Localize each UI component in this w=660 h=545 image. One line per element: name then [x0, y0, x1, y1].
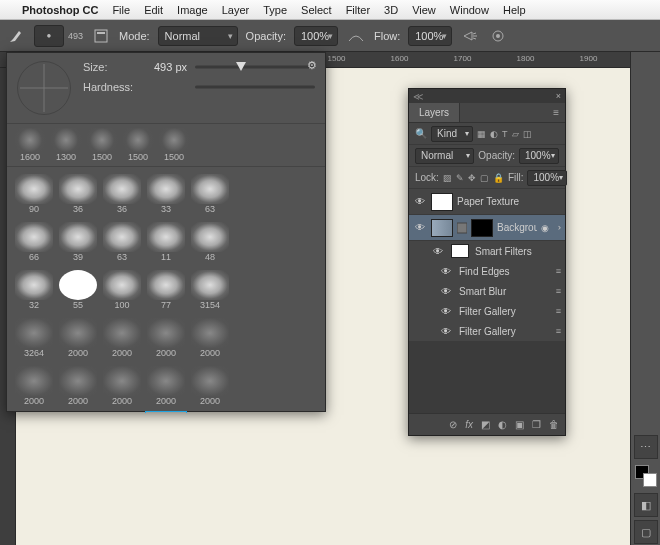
mask-icon[interactable]: ◩: [481, 419, 490, 430]
filter-options-icon[interactable]: ≡: [556, 326, 561, 336]
brush-preset[interactable]: 493: [145, 411, 187, 413]
menu-edit[interactable]: Edit: [144, 4, 163, 16]
size-value[interactable]: 493 px: [141, 61, 187, 73]
menu-window[interactable]: Window: [450, 4, 489, 16]
brush-preset-picker[interactable]: ●: [34, 25, 64, 47]
fill-value[interactable]: 100%: [527, 170, 567, 186]
chevron-down-icon[interactable]: ⌃: [552, 224, 562, 232]
brush-panel-toggle-icon[interactable]: [91, 26, 111, 46]
layers-empty-area[interactable]: [409, 341, 565, 413]
recent-brush[interactable]: 1500: [121, 128, 155, 162]
visibility-icon[interactable]: 👁: [431, 246, 445, 257]
menu-filter[interactable]: Filter: [346, 4, 370, 16]
fx-icon[interactable]: fx: [465, 419, 473, 430]
layer-filter-icons[interactable]: ▦ ◐ T ▱ ◫: [477, 129, 532, 139]
filter-name[interactable]: Filter Gallery: [459, 306, 516, 317]
panel-titlebar[interactable]: ≪ ×: [409, 89, 565, 103]
smart-filters-header[interactable]: 👁 Smart Filters: [409, 241, 565, 261]
menu-image[interactable]: Image: [177, 4, 208, 16]
visibility-icon[interactable]: 👁: [413, 196, 427, 207]
brush-grid[interactable]: 9036363363663963114832551007731543264200…: [7, 167, 325, 413]
smart-filter-row[interactable]: 👁 Filter Gallery ≡: [409, 321, 565, 341]
brush-preset[interactable]: 36: [57, 171, 99, 217]
brush-preset[interactable]: 55: [57, 267, 99, 313]
flow-select[interactable]: 100%: [408, 26, 452, 46]
brush-preset[interactable]: 2000: [189, 315, 231, 361]
recent-brush[interactable]: 1300: [49, 128, 83, 162]
smart-filter-row[interactable]: 👁 Smart Blur ≡: [409, 281, 565, 301]
background-color[interactable]: [643, 473, 657, 487]
brush-preset[interactable]: 63: [101, 219, 143, 265]
tool-item[interactable]: ⋯: [634, 435, 658, 459]
layer-filter-select[interactable]: Kind: [431, 126, 473, 142]
menu-select[interactable]: Select: [301, 4, 332, 16]
visibility-icon[interactable]: 👁: [439, 326, 453, 337]
visibility-icon[interactable]: 👁: [439, 306, 453, 317]
recent-brush[interactable]: 1500: [157, 128, 191, 162]
brush-preset[interactable]: 2000: [57, 363, 99, 409]
group-icon[interactable]: ▣: [515, 419, 524, 430]
recent-brush[interactable]: 1500: [85, 128, 119, 162]
hardness-slider[interactable]: [195, 81, 315, 93]
opacity-select[interactable]: 100%: [294, 26, 338, 46]
brush-preset[interactable]: 66: [13, 219, 55, 265]
filter-options-icon[interactable]: ≡: [556, 266, 561, 276]
brush-preset[interactable]: 2000: [189, 363, 231, 409]
filter-name[interactable]: Smart Blur: [459, 286, 506, 297]
quickmask-icon[interactable]: ◧: [634, 493, 658, 517]
menu-view[interactable]: View: [412, 4, 436, 16]
brush-preset[interactable]: 90: [13, 171, 55, 217]
brush-preset[interactable]: 63: [189, 171, 231, 217]
panel-menu-icon[interactable]: ≡: [547, 107, 565, 118]
link-layers-icon[interactable]: ⊘: [449, 419, 457, 430]
brush-preset[interactable]: 2000: [145, 363, 187, 409]
brush-preset[interactable]: 2000: [101, 363, 143, 409]
new-layer-icon[interactable]: ❐: [532, 419, 541, 430]
menu-layer[interactable]: Layer: [222, 4, 250, 16]
brush-preset[interactable]: 3264: [13, 315, 55, 361]
smart-filter-toggle-icon[interactable]: ◉: [541, 223, 549, 233]
layer-thumb[interactable]: [431, 193, 453, 211]
filter-name[interactable]: Find Edges: [459, 266, 510, 277]
menu-help[interactable]: Help: [503, 4, 526, 16]
brush-preset[interactable]: 100: [101, 267, 143, 313]
brush-preset[interactable]: 39: [57, 219, 99, 265]
visibility-icon[interactable]: 👁: [413, 222, 427, 233]
brush-preset[interactable]: 2000: [13, 411, 55, 413]
layer-opacity-value[interactable]: 100%: [519, 148, 559, 164]
brush-preset[interactable]: 3154: [189, 267, 231, 313]
layer-name[interactable]: Paper Texture: [457, 196, 561, 207]
gear-icon[interactable]: ⚙: [307, 59, 317, 72]
brush-preset[interactable]: 2000: [57, 315, 99, 361]
adjustment-icon[interactable]: ◐: [498, 419, 507, 430]
airbrush-icon[interactable]: [460, 26, 480, 46]
brush-preset[interactable]: 2000: [13, 363, 55, 409]
filter-name[interactable]: Filter Gallery: [459, 326, 516, 337]
pressure-opacity-icon[interactable]: [346, 26, 366, 46]
menu-3d[interactable]: 3D: [384, 4, 398, 16]
brush-preset[interactable]: 2000: [101, 315, 143, 361]
filter-icon[interactable]: 🔍: [415, 128, 427, 139]
filter-mask-thumb[interactable]: [451, 244, 469, 258]
brush-preset[interactable]: 2000: [145, 315, 187, 361]
brush-preset[interactable]: 480: [101, 411, 143, 413]
color-swatches[interactable]: [635, 465, 657, 487]
brush-preset[interactable]: 32: [13, 267, 55, 313]
pressure-size-icon[interactable]: [488, 26, 508, 46]
menu-file[interactable]: File: [112, 4, 130, 16]
smart-filter-row[interactable]: 👁 Find Edges ≡: [409, 261, 565, 281]
close-icon[interactable]: ×: [556, 91, 561, 101]
brush-preset[interactable]: 48: [189, 219, 231, 265]
lock-icons[interactable]: ▨ ✎ ✥ ▢ 🔒: [443, 173, 504, 183]
layer-thumb[interactable]: [431, 219, 453, 237]
brush-tip-preview[interactable]: [17, 61, 71, 115]
size-slider[interactable]: [195, 61, 315, 73]
visibility-icon[interactable]: 👁: [439, 286, 453, 297]
brush-preset[interactable]: 582: [57, 411, 99, 413]
menu-type[interactable]: Type: [263, 4, 287, 16]
layer-name[interactable]: Background: [497, 222, 537, 233]
brush-preset[interactable]: 36: [101, 171, 143, 217]
tool-brush-icon[interactable]: [6, 26, 26, 46]
collapse-icon[interactable]: ≪: [413, 91, 423, 102]
mode-select[interactable]: Normal: [158, 26, 238, 46]
